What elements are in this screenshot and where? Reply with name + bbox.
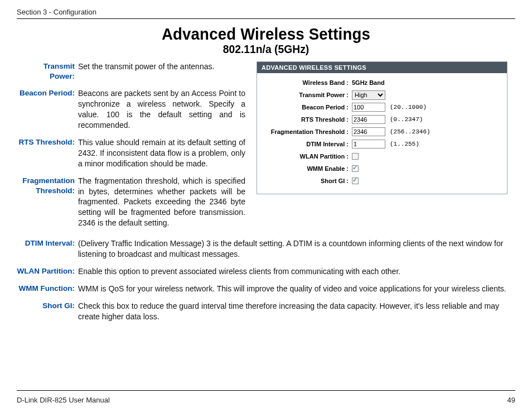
row-fragmentation: Fragmentation Threshold : (256..2346) — [263, 127, 501, 137]
def-rts-threshold: RTS Threshold: This value should remain … — [17, 137, 245, 169]
section-header: Section 3 - Configuration — [17, 8, 515, 16]
wlan-partition-checkbox[interactable] — [352, 153, 359, 160]
def-desc: (Delivery Traffic Indication Message) 3 … — [78, 238, 515, 260]
page-subtitle: 802.11n/a (5GHz) — [37, 42, 495, 56]
def-desc: This value should remain at its default … — [78, 137, 245, 169]
wireless-band-value: 5GHz Band — [352, 79, 385, 86]
def-term: Beacon Period: — [17, 88, 78, 131]
beacon-period-input[interactable] — [352, 103, 385, 112]
fragmentation-input[interactable] — [352, 127, 385, 136]
def-desc: WMM is QoS for your wireless network. Th… — [78, 284, 515, 294]
page-title: Advanced Wireless Settings — [37, 25, 495, 44]
row-short-gi: Short GI : — [263, 176, 501, 186]
row-beacon-period: Beacon Period : (20..1000) — [263, 102, 501, 112]
def-desc: The fragmentation threshold, which is sp… — [78, 176, 245, 228]
form-label: Short GI : — [263, 178, 352, 184]
panel-body: Wireless Band : 5GHz Band Transmit Power… — [257, 73, 507, 194]
def-transmit-power: Transmit Power: Set the transmit power o… — [17, 61, 245, 82]
row-wireless-band: Wireless Band : 5GHz Band — [263, 78, 501, 88]
def-wlan-partition: WLAN Partition: Enable this option to pr… — [17, 266, 515, 277]
def-term: Short GI: — [17, 301, 78, 322]
beacon-period-range: (20..1000) — [390, 104, 427, 111]
def-desc: Enable this option to prevent associated… — [78, 266, 515, 277]
row-transmit-power: Transmit Power : High — [263, 90, 501, 100]
row-wlan-partition: WLAN Partition : — [263, 151, 501, 161]
form-label: Fragmentation Threshold : — [263, 128, 352, 135]
def-term: RTS Threshold: — [17, 137, 78, 169]
def-desc: Set the transmit power of the antennas. — [78, 61, 245, 82]
rts-threshold-range: (0..2347) — [390, 116, 423, 123]
def-short-gi: Short GI: Check this box to reduce the g… — [17, 301, 515, 322]
def-term: DTIM Interval: — [17, 238, 78, 260]
def-desc: Beacons are packets sent by an Access Po… — [78, 88, 245, 131]
settings-panel: ADVANCED WIRELESS SETTINGS Wireless Band… — [257, 61, 507, 194]
rts-threshold-input[interactable] — [352, 115, 385, 124]
form-label: DTIM Interval : — [263, 141, 352, 147]
form-label: Wireless Band : — [263, 79, 352, 86]
form-label: RTS Threshold : — [263, 116, 352, 123]
form-label: Transmit Power : — [263, 92, 352, 98]
top-rule — [17, 18, 515, 19]
def-beacon-period: Beacon Period: Beacons are packets sent … — [17, 88, 245, 131]
fragmentation-range: (256..2346) — [390, 128, 431, 135]
wmm-enable-checkbox[interactable] — [352, 165, 359, 172]
def-term: Fragmentation Threshold: — [17, 176, 78, 228]
footer-left: D-Link DIR-825 User Manual — [17, 396, 110, 404]
transmit-power-select[interactable]: High — [352, 90, 385, 100]
def-term: WMM Function: — [17, 284, 78, 294]
def-dtim-interval: DTIM Interval: (Delivery Traffic Indicat… — [17, 238, 515, 260]
def-fragmentation: Fragmentation Threshold: The fragmentati… — [17, 176, 245, 228]
row-rts-threshold: RTS Threshold : (0..2347) — [263, 114, 501, 124]
dtim-interval-input[interactable] — [352, 140, 385, 148]
bottom-rule — [17, 390, 515, 391]
def-desc: Check this box to reduce the guard inter… — [78, 301, 515, 322]
footer: D-Link DIR-825 User Manual 49 — [17, 396, 515, 404]
page-number: 49 — [507, 396, 515, 404]
row-dtim-interval: DTIM Interval : (1..255) — [263, 139, 501, 149]
row-wmm-enable: WMM Enable : — [263, 164, 501, 174]
form-label: Beacon Period : — [263, 104, 352, 111]
panel-header: ADVANCED WIRELESS SETTINGS — [257, 62, 507, 73]
form-label: WMM Enable : — [263, 165, 352, 172]
def-term: Transmit Power: — [17, 61, 78, 82]
def-wmm-function: WMM Function: WMM is QoS for your wirele… — [17, 284, 515, 294]
short-gi-checkbox[interactable] — [352, 178, 359, 184]
def-term: WLAN Partition: — [17, 266, 78, 277]
dtim-interval-range: (1..255) — [390, 141, 419, 147]
form-label: WLAN Partition : — [263, 153, 352, 160]
